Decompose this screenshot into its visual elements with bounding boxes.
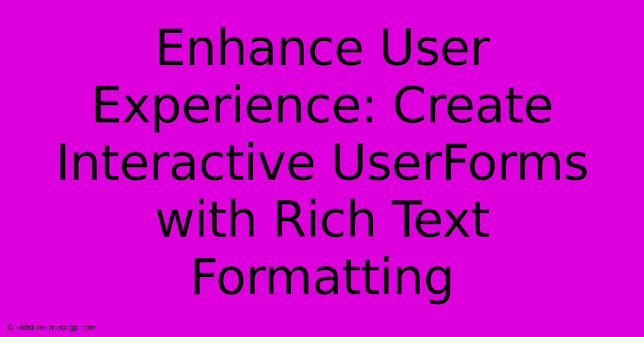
headline-container: Enhance User Experience: Create Interact… [0,0,644,337]
page-headline: Enhance User Experience: Create Interact… [21,20,623,306]
attribution-text: © oldstore.motogp.com [6,323,97,332]
